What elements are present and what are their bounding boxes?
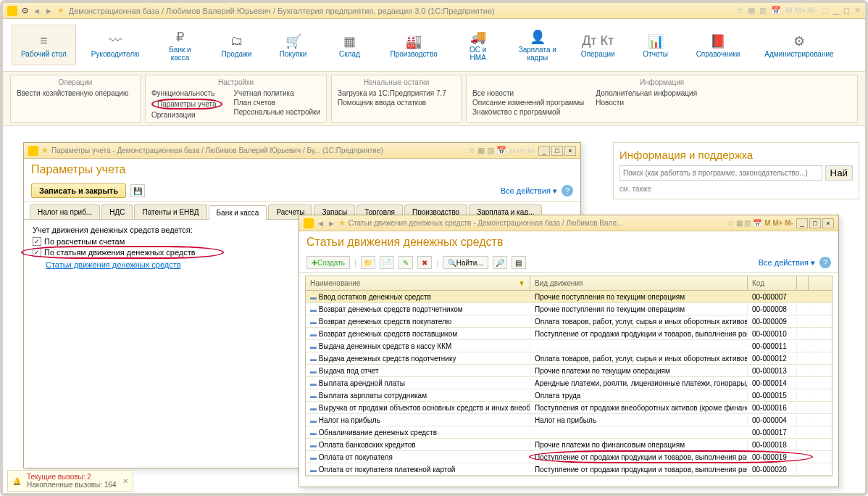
nav-продажи[interactable]: 🗂Продажи bbox=[212, 25, 262, 65]
sub-link[interactable]: Знакомство с программой bbox=[472, 108, 584, 116]
table-row[interactable]: ▬ Оплата от покупателя Поступление от пр… bbox=[306, 451, 832, 463]
nav-back-icon[interactable]: ◄ bbox=[317, 219, 325, 228]
sub-link[interactable]: План счетов bbox=[234, 99, 321, 107]
col-code[interactable]: Код bbox=[748, 276, 797, 290]
all-actions-link[interactable]: Все действия ▾ bbox=[759, 258, 815, 268]
nav-покупки[interactable]: 🛒Покупки bbox=[268, 25, 319, 65]
copy-icon[interactable]: 📄 bbox=[380, 256, 394, 269]
nav-справочники[interactable]: 📕Справочники bbox=[687, 25, 750, 65]
tab-0[interactable]: Налог на приб... bbox=[30, 204, 100, 219]
table-row[interactable]: ▬ Выдача под отчет Прочие платежи по тек… bbox=[306, 365, 832, 377]
minimize-icon[interactable]: _ bbox=[796, 218, 808, 228]
search-button[interactable]: Най bbox=[825, 165, 853, 181]
delete-icon[interactable]: ✖ bbox=[417, 256, 432, 269]
sub-link[interactable]: Ввести хозяйственную операцию bbox=[17, 89, 128, 97]
help-icon[interactable]: ? bbox=[562, 185, 573, 197]
sub-link[interactable]: Помощник ввода остатков bbox=[338, 99, 446, 107]
nav-icon: 👤 bbox=[530, 28, 546, 46]
cashflow-items-link[interactable]: Статьи движения денежных средств bbox=[46, 260, 181, 269]
sub-link[interactable]: Загрузка из 1С:Предприятия 7.7 bbox=[338, 89, 446, 97]
nav-производство[interactable]: 🏭Производство bbox=[381, 25, 447, 65]
table-row[interactable]: ▬ Возврат денежных средств покупателю Оп… bbox=[306, 315, 832, 328]
status-close-icon[interactable]: ✕ bbox=[122, 477, 128, 485]
table-row[interactable]: ▬ Выплата зарплаты сотрудникам Оплата тр… bbox=[306, 389, 832, 402]
close-icon[interactable]: ✕ bbox=[854, 6, 861, 15]
tool-icons[interactable]: ☆ ▦ ▥ 📅 bbox=[727, 219, 761, 227]
nav-банк-и-касса[interactable]: ₽Банк икасса bbox=[155, 25, 206, 65]
clear-find-icon[interactable]: 🔎 bbox=[493, 256, 507, 269]
save-icon[interactable]: 💾 bbox=[130, 184, 145, 197]
sub-link[interactable]: Новости bbox=[596, 99, 697, 107]
tool-icon[interactable]: 📅 bbox=[771, 6, 781, 15]
search-input[interactable] bbox=[619, 165, 822, 181]
table-row[interactable]: ▬ Выдача денежных средств подотчетнику О… bbox=[306, 352, 832, 365]
tool-icon[interactable]: M M+ M- bbox=[785, 6, 817, 15]
table-row[interactable]: ▬ Выплата арендной платы Арендные платеж… bbox=[306, 377, 832, 389]
sub-link[interactable]: Функциональность bbox=[151, 89, 222, 97]
memory-marks[interactable]: M M+ M- bbox=[764, 219, 793, 227]
checkbox-icon[interactable]: ✓ bbox=[33, 248, 41, 257]
tool-icon[interactable]: ⬚ bbox=[822, 6, 829, 15]
nav-fwd-icon[interactable]: ► bbox=[327, 219, 335, 228]
find-button[interactable]: 🔍 Найти... bbox=[443, 256, 488, 269]
close-icon[interactable]: × bbox=[822, 218, 834, 228]
nav-fwd-icon[interactable]: ► bbox=[45, 7, 53, 15]
minimize-icon[interactable]: _ bbox=[538, 146, 550, 156]
star-icon[interactable]: ★ bbox=[57, 6, 64, 15]
tab-3[interactable]: Банк и касса bbox=[209, 205, 267, 220]
tool-icon[interactable]: ▥ bbox=[759, 6, 767, 15]
maximize-icon[interactable]: □ bbox=[809, 218, 821, 228]
edit-icon[interactable]: ✎ bbox=[398, 256, 413, 269]
checkbox-icon[interactable]: ✓ bbox=[33, 237, 41, 246]
sub-link[interactable]: Учетная политика bbox=[234, 89, 321, 97]
sub-link[interactable]: Организации bbox=[151, 111, 222, 119]
nav-отчеты[interactable]: 📊Отчеты bbox=[630, 25, 681, 65]
nav-руководителю[interactable]: 〰Руководителю bbox=[82, 25, 149, 65]
tab-1[interactable]: НДС bbox=[101, 204, 133, 219]
table-row[interactable]: ▬ Возврат денежных средств подотчетником… bbox=[306, 303, 832, 315]
close-icon[interactable]: × bbox=[564, 146, 576, 156]
col-name[interactable]: Наименование▼ bbox=[306, 276, 530, 290]
maximize-icon[interactable]: ◻ bbox=[843, 6, 850, 15]
tool-icon[interactable]: ☆ bbox=[736, 6, 743, 15]
table-row[interactable]: ▬ Обналичивание денежных средств 00-0000… bbox=[306, 426, 832, 439]
win2-titlebar: ◄ ► ★ Статьи движения денежных средств -… bbox=[299, 215, 838, 231]
table-row[interactable]: ▬ Налог на прибыль Налог на прибыль 00-0… bbox=[306, 414, 832, 426]
tree-icon[interactable]: ▤ bbox=[512, 256, 526, 269]
row-icon: ▬ bbox=[310, 294, 317, 301]
save-close-button[interactable]: Записать и закрыть bbox=[31, 183, 126, 198]
nav-рабочий-стол[interactable]: ≡Рабочий стол bbox=[12, 25, 76, 65]
nav-склад[interactable]: ▦Склад bbox=[325, 25, 375, 65]
maximize-icon[interactable]: □ bbox=[551, 146, 563, 156]
tool-icon[interactable]: ▦ bbox=[748, 6, 755, 15]
star-icon[interactable]: ★ bbox=[338, 218, 346, 228]
folder-icon[interactable]: 📁 bbox=[361, 256, 375, 269]
star-icon[interactable]: ★ bbox=[41, 146, 49, 155]
nav-администрирование[interactable]: ⚙Администрирование bbox=[755, 25, 843, 65]
table-row[interactable]: ▬ Оплата банковских кредитов Прочие плат… bbox=[306, 439, 832, 451]
sub-link[interactable]: Описание изменений программы bbox=[472, 99, 584, 107]
tab-2[interactable]: Патенты и ЕНВД bbox=[134, 204, 206, 219]
table-row[interactable]: ▬ Ввод остатков денежных средств Прочие … bbox=[306, 291, 832, 303]
expand-icon[interactable]: ⊙ bbox=[22, 6, 28, 15]
col-type[interactable]: Вид движения bbox=[530, 276, 748, 290]
table-row[interactable]: ▬ Выдача денежных средств в кассу ККМ 00… bbox=[306, 340, 832, 352]
tool-icon[interactable]: M M+ M- bbox=[509, 147, 535, 154]
sub-link[interactable]: Дополнительная информация bbox=[596, 89, 697, 97]
sub-link[interactable]: Все новости bbox=[472, 89, 584, 97]
sub-link[interactable]: Персональные настройки bbox=[234, 108, 321, 116]
table-row[interactable]: ▬ Оплата от покупателя платежной картой … bbox=[306, 463, 832, 476]
help-icon[interactable]: ? bbox=[819, 257, 831, 268]
nav-операции[interactable]: Дт КтОперации bbox=[572, 25, 625, 65]
minimize-icon[interactable]: ▁ bbox=[833, 6, 839, 15]
nav-зарплата-и-кадры[interactable]: 👤Зарплата икадры bbox=[509, 25, 566, 65]
table-row[interactable]: ▬ Возврат денежных средств поставщиком П… bbox=[306, 328, 832, 340]
nav-ос-и-нма[interactable]: 🚚ОС иНМА bbox=[453, 25, 504, 65]
create-button[interactable]: ✚ Создать bbox=[306, 256, 350, 269]
grid-body[interactable]: ▬ Ввод остатков денежных средств Прочие … bbox=[306, 291, 832, 476]
all-actions-link[interactable]: Все действия ▾ bbox=[501, 186, 557, 196]
nav-back-icon[interactable]: ◄ bbox=[33, 7, 41, 15]
tool-icon[interactable]: ☆ ▦ ▥ 📅 bbox=[468, 146, 506, 155]
table-row[interactable]: ▬ Выручка от продажи объектов основных с… bbox=[306, 402, 832, 414]
sub-link-params[interactable]: Параметры учета bbox=[151, 99, 222, 109]
